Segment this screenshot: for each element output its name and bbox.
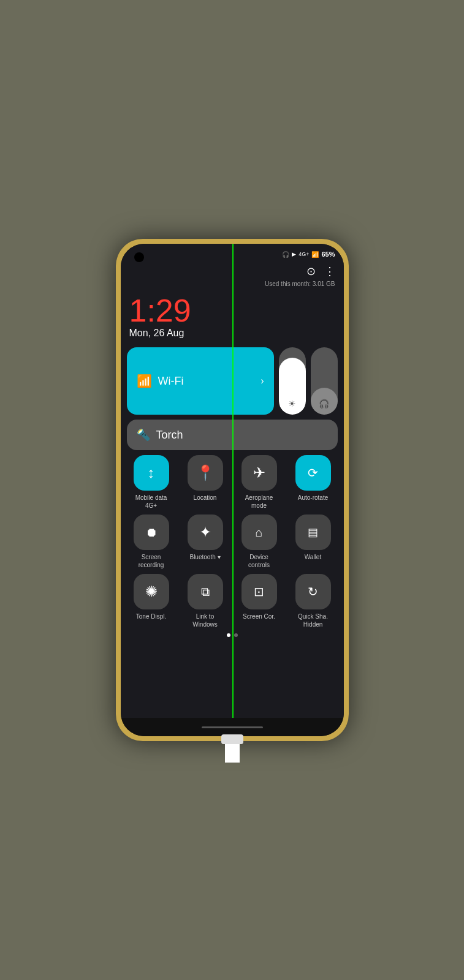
volume-icon: 🎧 xyxy=(311,399,338,409)
brightness-icon: ☀ xyxy=(279,399,306,409)
youtube-icon: ▶ xyxy=(292,251,296,257)
battery-level: 65% xyxy=(321,251,335,258)
nav-bar xyxy=(121,718,344,736)
toggle-bluetooth[interactable]: ✦ Bluetooth ▾ xyxy=(181,514,230,569)
torch-icon: 🔦 xyxy=(137,428,150,442)
wallet-btn[interactable]: ▤ xyxy=(295,514,331,550)
link-windows-btn[interactable]: ⧉ xyxy=(188,574,223,609)
torch-label: Torch xyxy=(156,429,183,442)
toggle-auto-rotate[interactable]: ⟳ Auto-rotate xyxy=(289,455,338,510)
wifi-icon: 📶 xyxy=(137,374,152,388)
toggle-quick-share[interactable]: ↻ Quick Sha.Hidden xyxy=(289,574,338,628)
brightness-slider[interactable]: ☀ xyxy=(279,347,306,415)
volume-slider[interactable]: 🎧 xyxy=(311,347,338,415)
toggle-screen-recording[interactable]: ⏺ Screenrecording xyxy=(127,514,176,569)
screen: 🎧 ▶ 4G+ 📶 65% ⊙ ⋮ Used this month: 3.01 … xyxy=(121,244,344,718)
toggle-wallet[interactable]: ▤ Wallet xyxy=(289,514,338,569)
auto-rotate-btn[interactable]: ⟳ xyxy=(295,455,331,491)
wifi-tile[interactable]: 📶 Wi-Fi › xyxy=(127,347,274,415)
camera-hole xyxy=(134,252,144,262)
more-options-icon[interactable]: ⋮ xyxy=(324,265,335,278)
toggle-screen-cor[interactable]: ⊡ Screen Cor. xyxy=(235,574,284,628)
screen-recording-label: Screenrecording xyxy=(139,553,164,569)
screen-recording-btn[interactable]: ⏺ xyxy=(134,514,169,550)
green-line-artifact xyxy=(232,244,234,718)
toggle-mobile-data[interactable]: ↕ Mobile data4G+ xyxy=(127,455,176,510)
bars-icon: 📶 xyxy=(311,251,319,258)
bluetooth-label: Bluetooth ▾ xyxy=(189,553,220,561)
wifi-expand-icon[interactable]: › xyxy=(261,375,264,386)
toggle-location[interactable]: 📍 Location xyxy=(181,455,230,510)
mobile-data-btn[interactable]: ↕ xyxy=(134,455,169,491)
wallet-label: Wallet xyxy=(305,553,321,561)
phone-body: 🎧 ▶ 4G+ 📶 65% ⊙ ⋮ Used this month: 3.01 … xyxy=(121,244,344,736)
toggle-aeroplane[interactable]: ✈ Aeroplanemode xyxy=(235,455,284,510)
toggle-device-controls[interactable]: ⌂ Devicecontrols xyxy=(235,514,284,569)
headphone-icon: 🎧 xyxy=(282,251,289,258)
toggle-tone-display[interactable]: ✺ Tone Displ. xyxy=(127,574,176,628)
quick-share-btn[interactable]: ↻ xyxy=(295,574,331,609)
status-right: 🎧 ▶ 4G+ 📶 65% xyxy=(282,251,335,258)
wifi-label: Wi-Fi xyxy=(158,375,255,388)
page-dot-1 xyxy=(227,633,230,637)
mobile-data-label: Mobile data4G+ xyxy=(135,494,167,510)
tone-display-label: Tone Displ. xyxy=(136,612,166,620)
nav-gesture-line xyxy=(202,726,263,728)
signal-icon: 4G+ xyxy=(299,251,309,257)
location-label: Location xyxy=(194,494,217,502)
bluetooth-btn[interactable]: ✦ xyxy=(188,514,223,550)
tone-display-btn[interactable]: ✺ xyxy=(134,574,169,609)
device-controls-btn[interactable]: ⌂ xyxy=(242,514,277,550)
settings-icon[interactable]: ⊙ xyxy=(306,265,316,278)
usb-plug xyxy=(221,734,243,744)
screen-cor-label: Screen Cor. xyxy=(243,612,275,620)
auto-rotate-label: Auto-rotate xyxy=(298,494,328,502)
screen-cor-btn[interactable]: ⊡ xyxy=(242,574,277,609)
phone-frame: 🎧 ▶ 4G+ 📶 65% ⊙ ⋮ Used this month: 3.01 … xyxy=(116,239,349,741)
location-btn[interactable]: 📍 xyxy=(188,455,223,491)
quick-share-label: Quick Sha.Hidden xyxy=(298,612,328,628)
usb-cable xyxy=(225,741,240,763)
sliders: ☀ 🎧 xyxy=(279,347,338,415)
toggle-link-windows[interactable]: ⧉ Link toWindows xyxy=(181,574,230,628)
link-windows-label: Link toWindows xyxy=(192,612,218,628)
aeroplane-label: Aeroplanemode xyxy=(245,494,273,510)
page-dot-2 xyxy=(234,633,238,637)
device-controls-label: Devicecontrols xyxy=(248,553,270,569)
aeroplane-btn[interactable]: ✈ xyxy=(242,455,277,491)
